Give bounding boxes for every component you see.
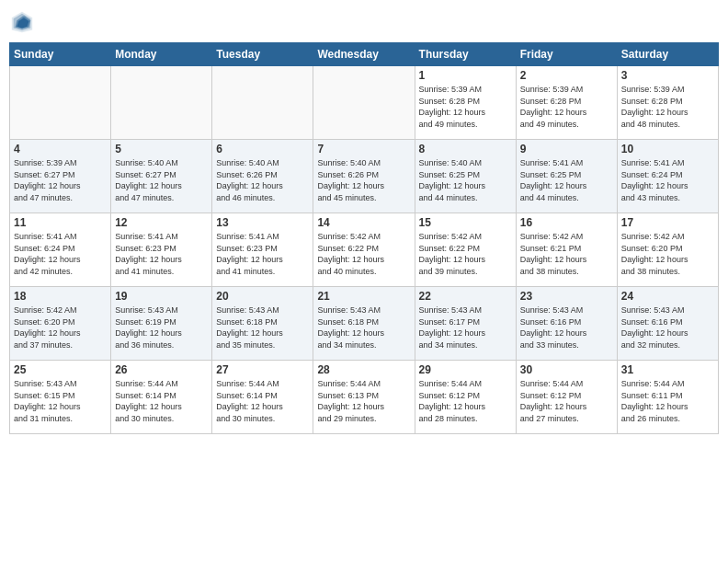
calendar-week-row: 4Sunrise: 5:39 AM Sunset: 6:27 PM Daylig… (10, 140, 719, 213)
day-number: 2 (520, 69, 613, 82)
calendar-week-row: 18Sunrise: 5:42 AM Sunset: 6:20 PM Dayli… (10, 287, 719, 361)
day-info: Sunrise: 5:40 AM Sunset: 6:25 PM Dayligh… (419, 157, 512, 203)
day-number: 13 (216, 216, 309, 229)
day-info: Sunrise: 5:41 AM Sunset: 6:25 PM Dayligh… (520, 157, 613, 203)
logo[interactable] (9, 9, 39, 35)
calendar-week-row: 11Sunrise: 5:41 AM Sunset: 6:24 PM Dayli… (10, 213, 719, 287)
day-info: Sunrise: 5:42 AM Sunset: 6:22 PM Dayligh… (419, 231, 512, 277)
day-number: 20 (216, 290, 309, 303)
day-info: Sunrise: 5:39 AM Sunset: 6:27 PM Dayligh… (14, 157, 107, 203)
day-number: 14 (317, 216, 410, 229)
calendar-week-row: 1Sunrise: 5:39 AM Sunset: 6:28 PM Daylig… (10, 66, 719, 140)
calendar-cell: 14Sunrise: 5:42 AM Sunset: 6:22 PM Dayli… (313, 213, 415, 287)
day-info: Sunrise: 5:42 AM Sunset: 6:20 PM Dayligh… (14, 304, 107, 350)
page-header (9, 9, 719, 35)
weekday-header-row: SundayMondayTuesdayWednesdayThursdayFrid… (10, 43, 719, 66)
day-info: Sunrise: 5:43 AM Sunset: 6:16 PM Dayligh… (621, 304, 714, 350)
calendar-cell: 16Sunrise: 5:42 AM Sunset: 6:21 PM Dayli… (516, 213, 617, 287)
day-info: Sunrise: 5:42 AM Sunset: 6:20 PM Dayligh… (621, 231, 714, 277)
day-number: 18 (14, 290, 107, 303)
calendar-cell: 28Sunrise: 5:44 AM Sunset: 6:13 PM Dayli… (313, 361, 415, 434)
day-number: 21 (317, 290, 410, 303)
day-number: 7 (317, 143, 410, 155)
day-number: 19 (115, 290, 208, 303)
day-number: 30 (520, 363, 613, 376)
weekday-header: Thursday (415, 43, 516, 66)
calendar-cell: 12Sunrise: 5:41 AM Sunset: 6:23 PM Dayli… (111, 213, 212, 287)
calendar-cell: 30Sunrise: 5:44 AM Sunset: 6:12 PM Dayli… (516, 361, 617, 434)
calendar-week-row: 25Sunrise: 5:43 AM Sunset: 6:15 PM Dayli… (10, 361, 719, 434)
day-info: Sunrise: 5:42 AM Sunset: 6:21 PM Dayligh… (520, 231, 613, 277)
calendar-cell: 18Sunrise: 5:42 AM Sunset: 6:20 PM Dayli… (10, 287, 111, 361)
day-number: 3 (621, 69, 714, 82)
day-number: 16 (520, 216, 613, 229)
day-info: Sunrise: 5:41 AM Sunset: 6:23 PM Dayligh… (115, 231, 208, 277)
calendar-cell: 5Sunrise: 5:40 AM Sunset: 6:27 PM Daylig… (111, 140, 212, 213)
calendar-cell: 11Sunrise: 5:41 AM Sunset: 6:24 PM Dayli… (10, 213, 111, 287)
day-number: 1 (419, 69, 512, 82)
calendar-cell: 19Sunrise: 5:43 AM Sunset: 6:19 PM Dayli… (111, 287, 212, 361)
calendar-cell: 20Sunrise: 5:43 AM Sunset: 6:18 PM Dayli… (212, 287, 313, 361)
calendar-cell (313, 66, 415, 140)
day-info: Sunrise: 5:39 AM Sunset: 6:28 PM Dayligh… (419, 84, 512, 130)
day-number: 31 (621, 363, 714, 376)
day-info: Sunrise: 5:43 AM Sunset: 6:17 PM Dayligh… (419, 304, 512, 350)
day-info: Sunrise: 5:40 AM Sunset: 6:26 PM Dayligh… (216, 157, 309, 203)
calendar-cell: 2Sunrise: 5:39 AM Sunset: 6:28 PM Daylig… (516, 66, 617, 140)
calendar-cell: 13Sunrise: 5:41 AM Sunset: 6:23 PM Dayli… (212, 213, 313, 287)
day-info: Sunrise: 5:39 AM Sunset: 6:28 PM Dayligh… (520, 84, 613, 130)
day-number: 6 (216, 143, 309, 155)
calendar-cell: 4Sunrise: 5:39 AM Sunset: 6:27 PM Daylig… (10, 140, 111, 213)
day-number: 29 (419, 363, 512, 376)
day-number: 4 (14, 143, 107, 155)
day-number: 8 (419, 143, 512, 155)
day-info: Sunrise: 5:44 AM Sunset: 6:12 PM Dayligh… (520, 378, 613, 424)
day-info: Sunrise: 5:39 AM Sunset: 6:28 PM Dayligh… (621, 84, 714, 130)
weekday-header: Wednesday (313, 43, 415, 66)
calendar-cell (212, 66, 313, 140)
calendar-cell: 27Sunrise: 5:44 AM Sunset: 6:14 PM Dayli… (212, 361, 313, 434)
day-number: 26 (115, 363, 208, 376)
calendar-cell: 17Sunrise: 5:42 AM Sunset: 6:20 PM Dayli… (617, 213, 718, 287)
calendar-cell: 6Sunrise: 5:40 AM Sunset: 6:26 PM Daylig… (212, 140, 313, 213)
calendar-cell: 24Sunrise: 5:43 AM Sunset: 6:16 PM Dayli… (617, 287, 718, 361)
day-number: 27 (216, 363, 309, 376)
calendar-cell: 10Sunrise: 5:41 AM Sunset: 6:24 PM Dayli… (617, 140, 718, 213)
day-number: 24 (621, 290, 714, 303)
weekday-header: Monday (111, 43, 212, 66)
calendar-cell: 29Sunrise: 5:44 AM Sunset: 6:12 PM Dayli… (415, 361, 516, 434)
calendar-cell: 3Sunrise: 5:39 AM Sunset: 6:28 PM Daylig… (617, 66, 718, 140)
day-info: Sunrise: 5:43 AM Sunset: 6:15 PM Dayligh… (14, 378, 107, 424)
calendar-cell: 23Sunrise: 5:43 AM Sunset: 6:16 PM Dayli… (516, 287, 617, 361)
day-number: 25 (14, 363, 107, 376)
day-number: 15 (419, 216, 512, 229)
day-info: Sunrise: 5:44 AM Sunset: 6:12 PM Dayligh… (419, 378, 512, 424)
weekday-header: Tuesday (212, 43, 313, 66)
day-info: Sunrise: 5:42 AM Sunset: 6:22 PM Dayligh… (317, 231, 410, 277)
day-info: Sunrise: 5:41 AM Sunset: 6:23 PM Dayligh… (216, 231, 309, 277)
day-number: 12 (115, 216, 208, 229)
calendar-cell: 26Sunrise: 5:44 AM Sunset: 6:14 PM Dayli… (111, 361, 212, 434)
day-number: 5 (115, 143, 208, 155)
calendar-cell: 21Sunrise: 5:43 AM Sunset: 6:18 PM Dayli… (313, 287, 415, 361)
weekday-header: Sunday (10, 43, 111, 66)
calendar-cell: 22Sunrise: 5:43 AM Sunset: 6:17 PM Dayli… (415, 287, 516, 361)
day-number: 28 (317, 363, 410, 376)
day-number: 11 (14, 216, 107, 229)
calendar-cell (111, 66, 212, 140)
calendar-cell: 9Sunrise: 5:41 AM Sunset: 6:25 PM Daylig… (516, 140, 617, 213)
day-number: 17 (621, 216, 714, 229)
day-info: Sunrise: 5:44 AM Sunset: 6:14 PM Dayligh… (216, 378, 309, 424)
day-info: Sunrise: 5:44 AM Sunset: 6:13 PM Dayligh… (317, 378, 410, 424)
day-info: Sunrise: 5:44 AM Sunset: 6:14 PM Dayligh… (115, 378, 208, 424)
day-info: Sunrise: 5:44 AM Sunset: 6:11 PM Dayligh… (621, 378, 714, 424)
logo-icon (9, 9, 35, 35)
weekday-header: Saturday (617, 43, 718, 66)
calendar-cell: 1Sunrise: 5:39 AM Sunset: 6:28 PM Daylig… (415, 66, 516, 140)
day-info: Sunrise: 5:41 AM Sunset: 6:24 PM Dayligh… (14, 231, 107, 277)
calendar-cell: 31Sunrise: 5:44 AM Sunset: 6:11 PM Dayli… (617, 361, 718, 434)
calendar-cell: 15Sunrise: 5:42 AM Sunset: 6:22 PM Dayli… (415, 213, 516, 287)
calendar-cell: 8Sunrise: 5:40 AM Sunset: 6:25 PM Daylig… (415, 140, 516, 213)
calendar-table: SundayMondayTuesdayWednesdayThursdayFrid… (9, 42, 719, 434)
day-number: 9 (520, 143, 613, 155)
